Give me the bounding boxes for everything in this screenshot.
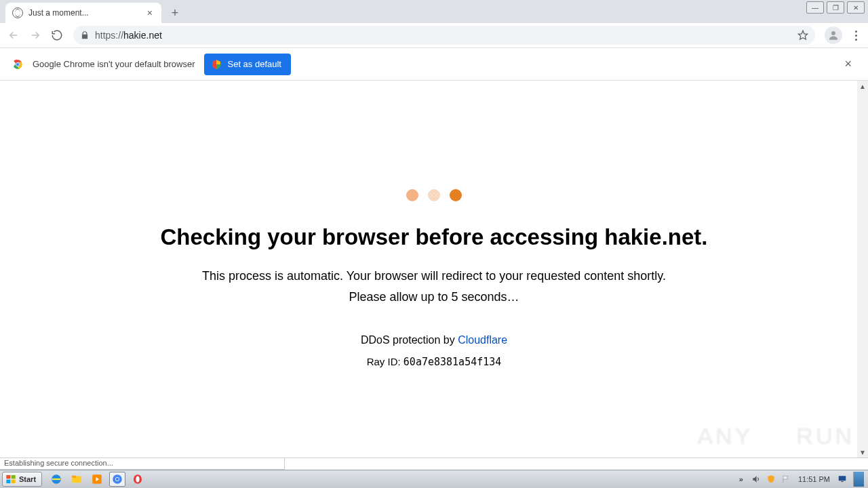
security-shield-icon[interactable] [766,474,776,485]
chrome-menu-button[interactable] [848,28,864,43]
infobar-close-button[interactable]: × [839,54,857,74]
start-label: Start [19,475,36,483]
shield-icon [211,59,222,70]
set-default-label: Set as default [227,59,281,69]
show-desktop-button[interactable] [853,472,864,487]
windows-taskbar: Start » 11:51 PM [0,470,868,488]
svg-rect-6 [6,475,10,479]
svg-rect-7 [12,475,16,479]
svg-rect-12 [72,476,76,478]
bookmark-star-icon[interactable] [797,30,808,41]
svg-rect-8 [6,480,10,483]
ray-id-value: 60a7e8381a54f134 [403,356,502,368]
tab-close-button[interactable]: × [145,7,155,18]
default-browser-infobar: Google Chrome isn't your default browser… [0,48,868,81]
svg-marker-5 [765,425,786,447]
scroll-up-icon[interactable]: ▲ [857,81,868,92]
taskbar-ie-icon[interactable] [48,472,64,487]
browser-tab[interactable]: Just a moment... × [5,3,161,23]
ddos-attribution: DDoS protection by Cloudflare [95,334,773,346]
cloudflare-link[interactable]: Cloudflare [458,334,507,346]
svg-rect-21 [841,481,844,482]
taskbar-clock[interactable]: 11:51 PM [795,475,833,483]
window-maximize-button[interactable]: ❐ [827,1,844,14]
flag-icon[interactable] [781,474,791,485]
taskbar-opera-icon[interactable] [130,472,146,487]
system-tray: » 11:51 PM [736,472,868,487]
window-minimize-button[interactable]: — [806,1,824,14]
svg-rect-9 [12,480,16,483]
loading-dots-icon [95,189,773,201]
cloudflare-heading: Checking your browser before accessing h… [95,224,773,250]
cloudflare-line1: This process is automatic. Your browser … [95,269,773,283]
page-viewport: Checking your browser before accessing h… [0,81,868,458]
tray-expand-icon[interactable]: » [736,474,747,485]
browser-titlebar: Just a moment... × + — ❐ ✕ [0,0,868,23]
taskbar-chrome-icon[interactable] [109,472,125,487]
ray-id-line: Ray ID: 60a7e8381a54f134 [95,356,773,368]
browser-toolbar: https://hakie.net [0,23,868,48]
svg-point-1 [831,31,835,35]
new-tab-button[interactable]: + [165,3,184,22]
url-text: https://hakie.net [95,30,793,41]
reload-button[interactable] [47,26,66,45]
vertical-scrollbar[interactable]: ▲ ▼ [857,81,868,458]
globe-icon [12,7,23,18]
tab-title: Just a moment... [28,8,145,18]
set-default-button[interactable]: Set as default [204,54,291,75]
profile-avatar-button[interactable] [825,26,842,44]
back-button[interactable] [4,26,23,45]
forward-button[interactable] [26,26,45,45]
window-close-button[interactable]: ✕ [847,1,865,14]
scroll-down-icon[interactable]: ▼ [857,447,868,458]
chrome-logo-icon [11,58,24,71]
windows-logo-icon [5,474,16,485]
infobar-message: Google Chrome isn't your default browser [33,59,195,69]
taskbar-explorer-icon[interactable] [68,472,85,487]
cloudflare-line2: Please allow up to 5 seconds… [95,290,773,304]
address-bar[interactable]: https://hakie.net [73,26,815,45]
lock-icon [80,30,90,40]
anyrun-watermark: ANY RUN [697,421,854,451]
svg-marker-0 [798,30,807,39]
svg-point-19 [136,476,139,483]
monitor-icon[interactable] [837,474,848,485]
svg-rect-20 [839,476,846,481]
volume-icon[interactable] [751,474,762,485]
svg-point-17 [116,478,119,481]
taskbar-media-icon[interactable] [89,472,105,487]
browser-statusbar: Establishing secure connection... [0,458,868,470]
start-button[interactable]: Start [2,472,42,487]
status-text: Establishing secure connection... [0,458,285,470]
